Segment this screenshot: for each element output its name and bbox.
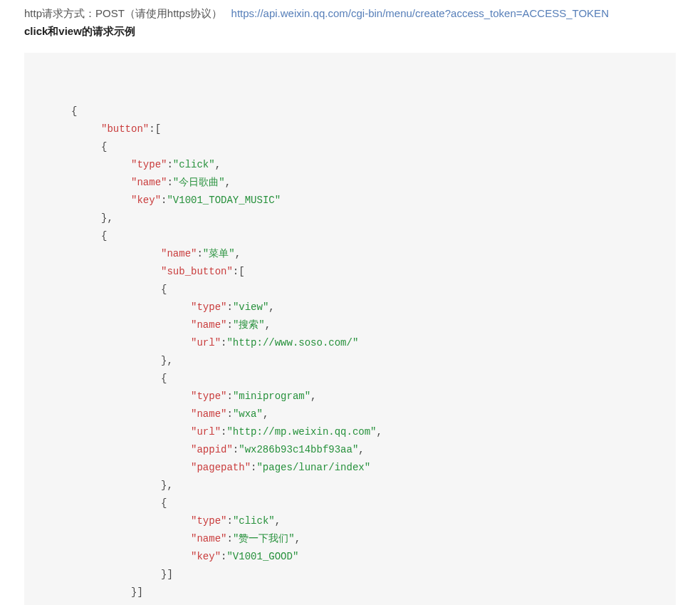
api-url-link[interactable]: https://api.weixin.qq.com/cgi-bin/menu/c… bbox=[231, 7, 609, 19]
json-code-block: { "button":[ { "type":"click", "name":"今… bbox=[24, 53, 676, 605]
request-method-text: http请求方式：POST（请使用https协议） bbox=[24, 7, 222, 19]
request-method-line: http请求方式：POST（请使用https协议） https://api.we… bbox=[24, 7, 676, 21]
code-content: { "button":[ { "type":"click", "name":"今… bbox=[41, 103, 659, 605]
example-subtitle: click和view的请求示例 bbox=[24, 25, 676, 38]
page: http请求方式：POST（请使用https协议） https://api.we… bbox=[0, 0, 700, 605]
